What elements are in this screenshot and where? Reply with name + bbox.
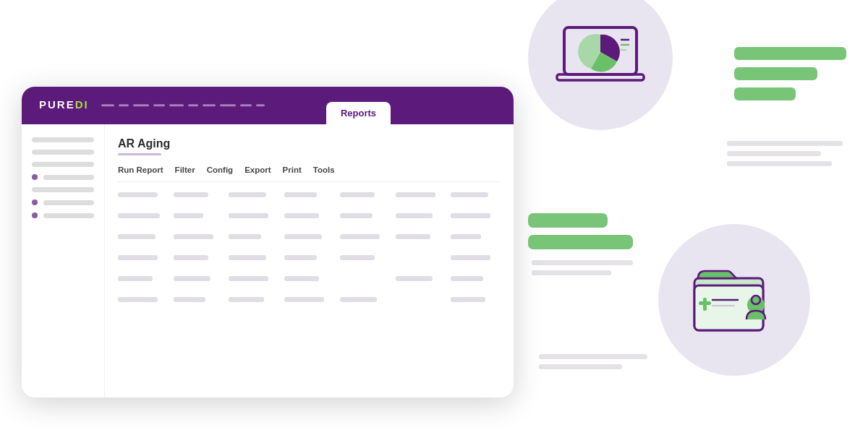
sidebar-item[interactable] (32, 162, 94, 167)
text-blob (528, 213, 608, 228)
svg-point-12 (752, 296, 760, 304)
svg-rect-8 (699, 301, 711, 305)
table-body (118, 192, 501, 309)
app-window: PUREDI Reports (22, 87, 514, 397)
nav-dash (220, 104, 236, 106)
sidebar-item[interactable] (32, 137, 94, 142)
laptop-chart-icon (553, 22, 647, 94)
section-title: AR Aging (118, 137, 501, 150)
svg-rect-1 (557, 74, 644, 80)
window-header: PUREDI Reports (22, 87, 514, 124)
config-button[interactable]: Config (207, 165, 244, 174)
tab-reports[interactable]: Reports (326, 102, 391, 124)
table-row (118, 276, 501, 288)
nav-dash (256, 104, 265, 106)
deco-lines-mid (532, 260, 633, 275)
print-button[interactable]: Print (283, 165, 313, 174)
deco-line (727, 161, 832, 166)
deco-line (539, 354, 647, 359)
deco-lines-top (727, 141, 843, 166)
nav-dash (169, 104, 184, 106)
main-content: AR Aging Run Report Filter Config Export… (105, 124, 514, 397)
nav-dash (119, 104, 129, 106)
nav-dash (188, 104, 198, 106)
table-row (118, 297, 501, 309)
sidebar (22, 124, 105, 397)
nav-dash (133, 104, 149, 106)
nav-dash (153, 104, 165, 106)
export-button[interactable]: Export (244, 165, 282, 174)
deco-line (727, 151, 821, 156)
nav-dashes (101, 104, 265, 106)
sidebar-item[interactable] (32, 187, 94, 192)
table-row (118, 234, 501, 246)
sidebar-item[interactable] (32, 212, 94, 218)
text-blob (734, 47, 846, 60)
text-blob (734, 67, 817, 80)
deco-line (539, 364, 622, 369)
nav-dash (240, 104, 252, 106)
sidebar-item[interactable] (32, 199, 94, 205)
table-row (118, 255, 501, 267)
table-row (118, 192, 501, 205)
tools-button[interactable]: Tools (313, 165, 346, 174)
text-blobs-top (734, 47, 846, 100)
reports-chart-circle (528, 0, 673, 130)
text-blobs-mid (528, 213, 633, 249)
deco-line (727, 141, 843, 146)
deco-lines-bottom (539, 354, 647, 369)
text-blob (528, 235, 633, 249)
sidebar-item[interactable] (32, 150, 94, 155)
text-blob (734, 87, 796, 100)
nav-dash (203, 104, 216, 106)
sidebar-item[interactable] (32, 174, 94, 180)
app-logo: PUREDI (39, 98, 89, 111)
section-underline (118, 153, 161, 155)
medical-records-icon (687, 260, 781, 340)
scene: PUREDI Reports (0, 0, 868, 443)
sidebar-dot (32, 174, 38, 180)
sidebar-dot (32, 212, 38, 218)
sidebar-dot (32, 199, 38, 205)
deco-line (532, 260, 633, 265)
run-report-button[interactable]: Run Report (118, 165, 175, 174)
table-row (118, 213, 501, 225)
medical-records-circle (658, 224, 810, 376)
deco-line (532, 270, 611, 275)
toolbar-row: Run Report Filter Config Export Print To… (118, 165, 501, 182)
nav-dash (101, 104, 114, 106)
filter-button[interactable]: Filter (175, 165, 207, 174)
